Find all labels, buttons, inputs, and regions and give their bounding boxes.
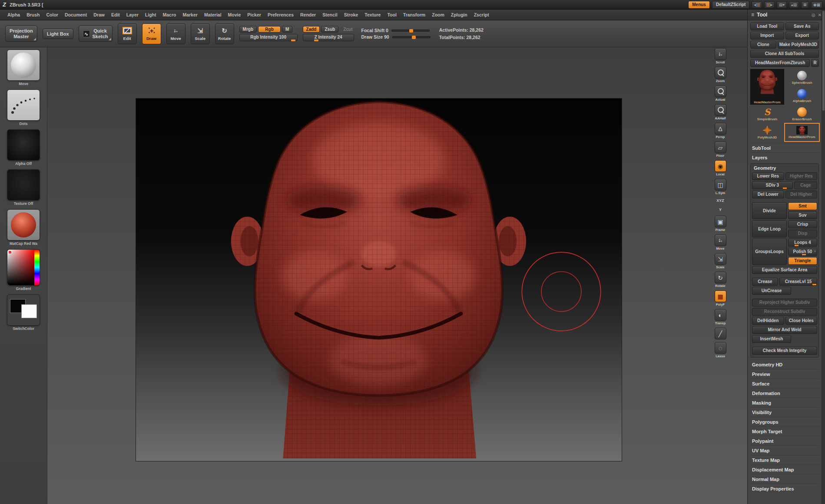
palette-config-icon[interactable]: ◉▦	[811, 1, 822, 8]
menu-item[interactable]: Light	[142, 11, 159, 19]
scroll-button[interactable]: Scroll	[715, 48, 726, 64]
focal-shift-track[interactable]	[391, 30, 430, 32]
current-tool-thumbnail[interactable]: HeadMasterFrom	[750, 69, 784, 105]
focal-shift-slider[interactable]: Focal Shift 0	[361, 28, 430, 33]
rotate-button[interactable]: ↻ Rotate	[215, 23, 234, 44]
menu-item[interactable]: Zplugin	[448, 11, 470, 19]
panel-scrollbar[interactable]	[822, 10, 825, 504]
lasso-button[interactable]: ◌ Lasso	[715, 342, 726, 358]
menu-item[interactable]: Brush	[23, 11, 43, 19]
menu-item[interactable]: Movie	[225, 11, 244, 19]
shelf-scroll-left-icon[interactable]: ◂||||	[752, 1, 762, 8]
menu-item[interactable]: Stroke	[341, 11, 361, 19]
subpalette-header[interactable]: Deformation	[750, 388, 819, 398]
zoom-button[interactable]: Zoom	[715, 67, 726, 83]
headmaster-tool-thumbnail[interactable]: HeadMasterFrom	[785, 124, 819, 141]
del-lower-button[interactable]: Del Lower	[752, 191, 784, 198]
menu-item[interactable]: Marker	[179, 11, 200, 19]
subpalette-header[interactable]: Texture Map	[750, 455, 819, 464]
rgb-button[interactable]: Rgb	[258, 26, 281, 33]
actual-button[interactable]: Actual	[715, 86, 726, 102]
local-button[interactable]: ◉ Local	[715, 160, 726, 176]
document-canvas[interactable]	[136, 98, 622, 461]
mrgb-button[interactable]: Mrgb	[239, 26, 257, 33]
y-axis-button[interactable]: Y	[719, 207, 722, 213]
zsub-button[interactable]: Zsub	[321, 26, 338, 33]
eraser-brush-thumbnail[interactable]: EraserBrush	[785, 105, 819, 123]
divider-layout-icon[interactable]: ▤▾	[777, 1, 787, 8]
groupsloops-button[interactable]: GroupsLoops	[752, 239, 787, 265]
subpalette-header[interactable]: Preview	[750, 369, 819, 379]
rgb-intensity-slider[interactable]: Rgb Intensity 100	[239, 34, 298, 41]
polish-mode-toggle[interactable]: ○	[814, 249, 816, 253]
current-tool-button[interactable]: HeadMasterFromZbrush	[750, 59, 810, 67]
crisp-toggle[interactable]: Crisp	[788, 221, 817, 228]
delhidden-button[interactable]: DelHidden	[752, 317, 784, 325]
menu-item[interactable]: Picker	[244, 11, 264, 19]
hue-strip[interactable]	[34, 250, 40, 285]
polymesh3d-thumbnail[interactable]: PolyMesh3D	[750, 124, 784, 141]
suv-toggle[interactable]: Suv	[788, 211, 817, 219]
edit-button[interactable]: Edit	[118, 23, 137, 44]
rename-tool-button[interactable]: R	[811, 59, 819, 67]
check-mesh-integrity-button[interactable]: Check Mesh Integrity	[752, 347, 817, 355]
menu-item[interactable]: Texture	[361, 11, 384, 19]
layers-section-header[interactable]: Layers	[750, 152, 819, 162]
saturation-value-field[interactable]	[7, 250, 34, 285]
alpha-brush-thumbnail[interactable]: AlphaBrush	[785, 87, 819, 105]
subpalette-header[interactable]: Masking	[750, 398, 819, 407]
polyframe-button[interactable]: ▦ PolyF	[715, 290, 726, 306]
edge-loop-button[interactable]: Edge Loop	[752, 221, 787, 237]
subpalette-header[interactable]: Displacement Map	[750, 464, 819, 474]
floor-button[interactable]: ▱ Floor	[715, 142, 726, 158]
m-button[interactable]: M	[282, 26, 292, 33]
divide-button[interactable]: Divide	[752, 202, 787, 219]
clone-button[interactable]: Clone	[750, 41, 776, 49]
menu-item[interactable]: Zoom	[429, 11, 447, 19]
stroke-selector-thumbnail[interactable]	[7, 89, 40, 121]
scale-button[interactable]: ⇲ Scale	[191, 23, 210, 44]
simple-brush-thumbnail[interactable]: S SimpleBrush	[750, 105, 784, 123]
z-intensity-slider[interactable]: Z Intensity 24	[303, 34, 354, 41]
sdiv-slider[interactable]: SDiv 3	[752, 181, 793, 189]
default-zscript-button[interactable]: DefaultZScript	[712, 1, 749, 9]
uncrease-button[interactable]: UnCrease	[752, 287, 791, 295]
lower-res-button[interactable]: Lower Res	[752, 172, 784, 180]
menu-item[interactable]: Document	[62, 11, 90, 19]
subpalette-header[interactable]: UV Map	[750, 445, 819, 455]
persp-button[interactable]: ∆ Persp	[715, 123, 726, 139]
creaselvl-slider[interactable]: CreaseLvl 15	[779, 278, 817, 286]
export-button[interactable]: Export	[785, 32, 819, 40]
lsym-button[interactable]: ◫ L.Sym	[715, 179, 726, 195]
polish-slider[interactable]: Polish 50 ○	[788, 248, 817, 256]
quick-sketch-button[interactable]: ∿ Quick Sketch	[79, 26, 113, 42]
move-button[interactable]: Move	[166, 23, 186, 44]
subpalette-header[interactable]: Polypaint	[750, 436, 819, 445]
primary-color-swatch[interactable]	[21, 304, 37, 318]
menu-item[interactable]: Preferences	[265, 11, 297, 19]
sphere-brush-thumbnail[interactable]: SphereBrush	[785, 69, 819, 86]
crease-button[interactable]: Crease	[752, 278, 778, 286]
menus-toggle-button[interactable]: Menus	[688, 1, 710, 9]
clone-all-subtools-button[interactable]: Clone All SubTools	[750, 50, 819, 58]
import-button[interactable]: Import	[750, 32, 784, 40]
subpalette-header[interactable]: Geometry HD	[750, 359, 819, 369]
menu-item[interactable]: Render	[297, 11, 319, 19]
color-picker[interactable]	[7, 249, 40, 286]
move-gyro-button[interactable]: Move	[715, 234, 726, 250]
subpalette-header[interactable]: Morph Target	[750, 426, 819, 436]
zadd-button[interactable]: Zadd	[303, 26, 320, 33]
equalize-surface-area-button[interactable]: Equalize Surface Area	[752, 266, 817, 274]
subpalette-header[interactable]: Surface	[750, 379, 819, 388]
palette-close-icon[interactable]: ✕	[818, 13, 822, 17]
light-box-button[interactable]: Light Box	[43, 29, 73, 39]
frame-button[interactable]: ▣ Frame	[715, 216, 726, 232]
palette-menu-icon[interactable]: ≡	[751, 12, 754, 18]
palette-pin-icon[interactable]: ◎	[812, 13, 815, 17]
menu-item[interactable]: Zscript	[471, 11, 492, 19]
menu-item[interactable]: Draw	[90, 11, 108, 19]
geometry-section-header[interactable]: Geometry	[752, 165, 817, 172]
shelf-scroll-right-icon[interactable]: ||||▸	[764, 1, 775, 8]
lock-icon[interactable]: ⊠	[801, 1, 809, 8]
triangle-toggle[interactable]: Triangle	[788, 257, 817, 265]
